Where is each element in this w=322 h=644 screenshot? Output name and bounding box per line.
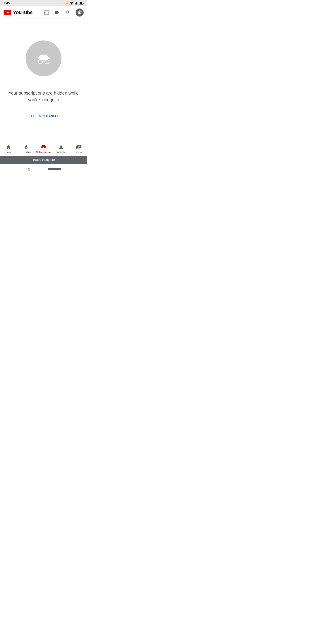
header-actions [44, 8, 84, 16]
svg-point-17 [38, 60, 42, 64]
svg-rect-1 [75, 4, 75, 4]
activity-tab-label: Activity [57, 151, 65, 154]
trending-tab-label: Trending [21, 151, 31, 154]
library-icon [76, 144, 81, 150]
key-icon: 🔑 [65, 2, 68, 5]
video-button[interactable] [54, 10, 60, 16]
exit-incognito-button[interactable]: EXIT INCOGNITO [23, 112, 64, 120]
nav-tab-library[interactable]: Library [70, 142, 87, 156]
svg-point-12 [80, 12, 81, 14]
library-tab-label: Library [75, 151, 82, 154]
incognito-message: Your subscriptions are hidden while you'… [8, 90, 80, 103]
youtube-logo-text: YouTube [13, 10, 32, 16]
main-content: Your subscriptions are hidden while you'… [0, 19, 87, 142]
youtube-logo-icon [4, 10, 11, 15]
battery-icon [79, 2, 84, 4]
svg-point-19 [45, 60, 49, 64]
svg-rect-4 [77, 2, 78, 4]
incognito-icon [77, 10, 82, 15]
svg-rect-10 [78, 12, 82, 12]
trending-icon [24, 144, 29, 150]
subscriptions-tab-label: Subscriptions [36, 151, 51, 154]
svg-rect-23 [42, 145, 46, 146]
svg-point-0 [71, 4, 72, 4]
search-button[interactable] [65, 10, 71, 16]
svg-rect-3 [76, 2, 77, 4]
incognito-banner-text: You're Incognito [32, 158, 54, 162]
svg-rect-14 [38, 57, 50, 59]
nav-tabs: Home Trending S [0, 142, 87, 156]
bottom-navigation: Home Trending S [0, 142, 87, 164]
home-tab-label: Home [5, 151, 12, 154]
home-icon [6, 144, 12, 150]
nav-tab-trending[interactable]: Trending [18, 142, 35, 156]
cast-button[interactable] [44, 10, 50, 16]
back-button[interactable]: ◁ [26, 166, 30, 172]
search-icon [65, 10, 71, 15]
incognito-illustration [26, 40, 62, 76]
svg-rect-22 [41, 146, 46, 147]
incognito-figure [31, 46, 56, 71]
wifi-icon [70, 2, 73, 4]
svg-rect-2 [76, 3, 76, 4]
nav-tab-activity[interactable]: Activity [52, 142, 70, 156]
videocam-icon [54, 10, 60, 15]
svg-rect-6 [80, 2, 82, 4]
status-bar: 9:45 🔑 [0, 0, 87, 6]
nav-tab-subscriptions[interactable]: Subscriptions [35, 142, 52, 156]
status-icons: 🔑 [65, 2, 84, 5]
logo-container: YouTube [4, 10, 32, 16]
account-button[interactable] [76, 8, 84, 16]
incognito-banner: You're Incognito [0, 156, 87, 164]
system-navigation: ◁ [0, 164, 87, 174]
cast-icon [44, 10, 49, 15]
nav-tab-home[interactable]: Home [0, 142, 18, 156]
activity-icon [58, 144, 64, 150]
home-pill[interactable] [48, 168, 61, 170]
app-header: YouTube [0, 6, 87, 19]
subscriptions-icon [41, 144, 46, 150]
svg-rect-7 [83, 3, 84, 4]
status-time: 9:45 [4, 1, 10, 5]
svg-point-11 [78, 12, 80, 14]
signal-icon [75, 2, 78, 4]
svg-rect-20 [42, 62, 45, 62]
